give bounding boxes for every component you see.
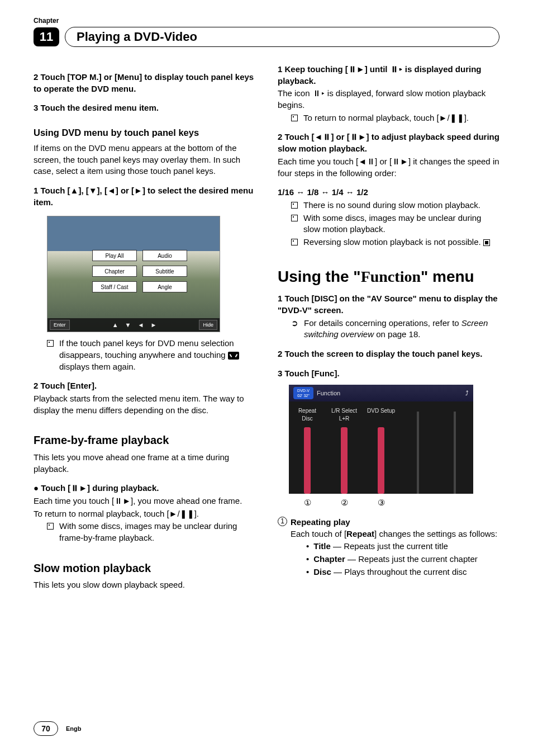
fig-button-enter: Enter (50, 320, 70, 330)
option-desc: — Plays throughout the current disc (331, 567, 467, 577)
note-text: With some discs, images may be unclear d… (303, 212, 499, 235)
heading-text: Using the " (278, 268, 361, 285)
bullet-icon: • (306, 541, 309, 552)
fig-button-subtitle: Subtitle (142, 266, 187, 277)
option-desc: — Repeats just the current title (331, 541, 448, 551)
fig-value: L+R (339, 415, 350, 423)
chapter-header: 11 Playing a DVD-Video (34, 27, 499, 47)
subheading: Using DVD menu by touch panel keys (34, 126, 255, 139)
fig-button-angle: Angle (142, 281, 187, 292)
reference-text: on page 18. (374, 329, 420, 339)
numbered-marker: 1 (278, 517, 287, 526)
fig-slider-empty (417, 412, 419, 494)
list-keyword: Repeat (346, 529, 374, 538)
option-desc: — Repeats just the current chapter (345, 554, 478, 564)
end-icon (483, 239, 490, 246)
paragraph: Each time you touch [⏸►], you move ahead… (34, 495, 255, 507)
right-column: 1 Keep touching [⏸►] until ⏸▸ is display… (278, 64, 499, 591)
note-item: If the touch panel keys for DVD menu sel… (34, 338, 255, 372)
note-item: With some discs, images may be unclear d… (278, 212, 499, 235)
option-name: Disc (313, 567, 331, 577)
fig-title: Function (317, 389, 340, 398)
list-heading: Repeating play (291, 517, 350, 527)
step: 1 Touch [▲], [▼], [◄] or [►] to select t… (34, 185, 255, 208)
fig-value: Disc (302, 415, 312, 423)
reference-item: ➲ For details concerning operations, ref… (278, 318, 499, 341)
fig-nav-arrows: ▲▼◄► (112, 321, 157, 329)
fig-button-audio: Audio (142, 250, 187, 261)
dvd-badge-icon: DVD-V02' 32" (293, 387, 313, 399)
callout-3: ③ (363, 497, 399, 509)
step: 3 Touch the desired menu item. (34, 102, 255, 114)
function-menu-figure: DVD-V02' 32" Function ⤴ RepeatDisc L/R S… (289, 385, 473, 494)
paragraph: Playback starts from the selected menu i… (34, 393, 255, 416)
step: 2 Touch [TOP M.] or [Menu] to display to… (34, 72, 255, 94)
chapter-label: Chapter (34, 17, 499, 25)
note-icon (291, 239, 298, 245)
step: 1 Touch [DISC] on the "AV Source" menu t… (278, 293, 499, 316)
step: 2 Touch the screen to display the touch … (278, 348, 499, 360)
note-text: There is no sound during slow motion pla… (303, 200, 480, 211)
note-icon (291, 202, 298, 209)
bullet-icon: • (306, 566, 309, 578)
note-icon (291, 215, 298, 221)
note-item: To return to normal playback, touch [►/❚… (278, 112, 499, 124)
callout-2: ② (326, 497, 363, 509)
note-text: With some discs, images may be unclear d… (59, 521, 255, 544)
left-column: 2 Touch [TOP M.] or [Menu] to display to… (34, 64, 255, 591)
reference-text: For details concerning operations, refer… (304, 318, 461, 328)
fig-slider (380, 427, 382, 494)
paragraph: This lets you move ahead one frame at a … (34, 452, 255, 475)
section-heading: Frame-by-frame playback (34, 433, 255, 448)
option-name: Title (313, 541, 331, 551)
back-icon: ⤴ (465, 389, 469, 398)
step: 2 Touch [◄⏸] or [⏸►] to adjust playback … (278, 131, 499, 154)
page-title: Playing a DVD-Video (65, 27, 499, 47)
fig-slider (343, 427, 345, 494)
fig-label: Repeat (298, 407, 316, 415)
step: 1 Keep touching [⏸►] until ⏸▸ is display… (278, 64, 499, 87)
language-code: Engb (66, 725, 82, 732)
fig-label: DVD Setup (367, 407, 395, 415)
paragraph: If items on the DVD menu appears at the … (34, 143, 255, 177)
fig-button-staff: Staff / Cast (92, 281, 137, 292)
heading-keyword: Function (361, 268, 421, 285)
option-name: Chapter (313, 554, 345, 564)
step: ● Touch [⏸►] during playback. (34, 483, 255, 494)
heading-text: " menu (421, 268, 474, 285)
note-item: Reversing slow motion playback is not po… (278, 237, 499, 248)
note-icon (47, 340, 54, 347)
list-body: Each touch of [ (291, 529, 346, 538)
dvd-menu-figure: Play All Audio Chapter Subtitle Staff / … (47, 216, 220, 332)
page-footer: 70 Engb (34, 721, 82, 736)
paragraph: The icon ⏸▸ is displayed, forward slow m… (278, 88, 499, 111)
note-text: Reversing slow motion playback is not po… (303, 237, 481, 247)
reference-icon: ➲ (291, 318, 298, 341)
fig-slider-empty (454, 412, 456, 494)
fig-slider (306, 427, 308, 494)
note-icon (291, 115, 298, 121)
step: 2 Touch [Enter]. (34, 380, 255, 392)
fig-button-playall: Play All (92, 250, 137, 261)
note-text: displays them again. (59, 362, 136, 371)
bullet-icon: • (306, 554, 309, 565)
paragraph: This lets you slow down playback speed. (34, 579, 255, 591)
fig-button-hide: Hide (199, 320, 217, 330)
note-icon (47, 523, 54, 530)
callout-1: ① (289, 497, 326, 509)
paragraph: Each time you touch [◄⏸] or [⏸►] it chan… (278, 156, 499, 179)
fig-label: L/R Select (331, 407, 357, 415)
note-item: With some discs, images may be unclear d… (34, 521, 255, 544)
chapter-number-badge: 11 (34, 27, 59, 46)
touch-icon (228, 352, 239, 360)
note-text: To return to normal playback, touch [►/❚… (303, 112, 469, 124)
page-number: 70 (34, 721, 58, 736)
callout-numbers: ① ② ③ (289, 497, 473, 509)
note-item: There is no sound during slow motion pla… (278, 200, 499, 211)
main-heading: Using the "Function" menu (278, 266, 499, 288)
section-heading: Slow motion playback (34, 561, 255, 577)
speed-sequence: 1/16 ↔ 1/8 ↔ 1/4 ↔ 1/2 (278, 187, 499, 199)
note-text: If the touch panel keys for DVD menu sel… (59, 338, 234, 360)
paragraph: To return to normal playback, touch [►/❚… (34, 508, 255, 520)
fig-button-chapter: Chapter (92, 266, 137, 277)
